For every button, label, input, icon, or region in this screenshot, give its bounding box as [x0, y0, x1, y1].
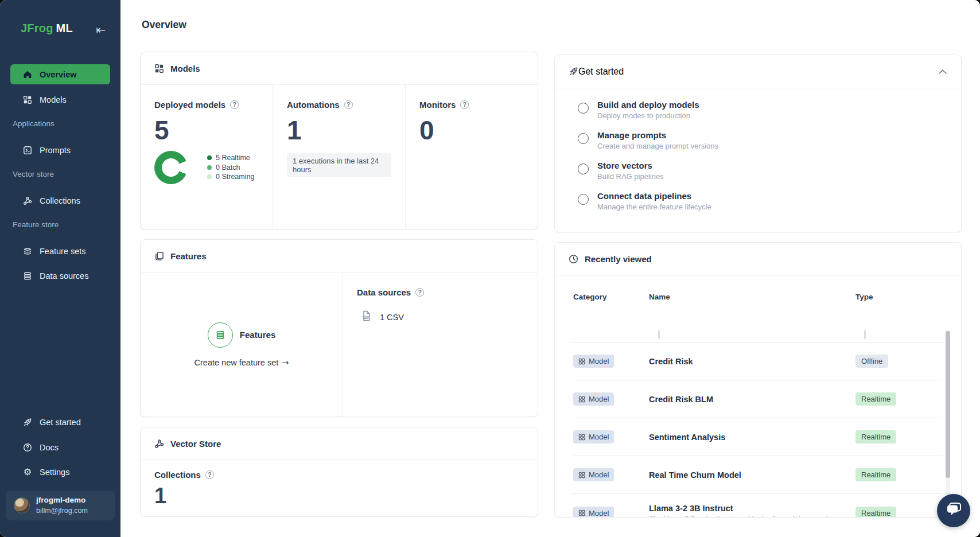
radio-circle[interactable]	[578, 103, 589, 114]
type-badge: Realtime	[855, 392, 896, 406]
chat-bubble-icon	[945, 501, 962, 520]
sidebar-collapse-icon[interactable]: ⇤	[96, 23, 106, 37]
sidebar-item-label: Data sources	[40, 271, 88, 281]
sidebar-item-get-started[interactable]: Get started	[10, 412, 110, 432]
clock-icon	[569, 254, 578, 264]
get-started-item-title: Manage prompts	[597, 130, 718, 140]
data-sources-label: Data sources	[357, 287, 411, 297]
row-name: Credit Risk BLM	[649, 395, 855, 404]
get-started-item-subtitle: Build RAG pipelines	[597, 172, 664, 181]
radio-circle[interactable]	[578, 194, 589, 205]
get-started-item-store-vectors[interactable]: Store vectors Build RAG pipelines	[578, 161, 947, 181]
column-header-category: Category	[573, 293, 649, 301]
vector-store-icon	[154, 439, 164, 449]
chevron-up-icon[interactable]	[938, 69, 947, 75]
row-name: Real Time Churn Model	[649, 470, 855, 480]
model-grid-icon	[578, 509, 585, 516]
sidebar-item-overview[interactable]: Overview	[10, 64, 110, 84]
pages-icon	[154, 251, 164, 261]
rocket-icon	[23, 418, 32, 427]
table-row[interactable]: Model Real Time Churn Model Realtime	[573, 456, 943, 494]
create-feature-set-link[interactable]: Create new feature set→	[195, 358, 289, 367]
sidebar-item-settings[interactable]: ⚙ Settings	[10, 462, 110, 482]
recently-viewed-card: Recently viewed Category Name Type Model…	[554, 242, 962, 517]
recently-viewed-header: Recently viewed	[555, 243, 961, 275]
legend-dot	[207, 174, 212, 179]
models-card: Models Deployed models? 5 5 Realtime 0 B…	[140, 52, 538, 229]
models-card-header: Models	[141, 52, 538, 85]
deployed-models-donut-chart	[154, 151, 188, 184]
home-icon	[23, 70, 32, 79]
legend-item-realtime: 5 Realtime	[207, 154, 254, 162]
category-badge: Model	[573, 355, 614, 368]
model-grid-icon	[578, 358, 585, 365]
category-badge: Model	[573, 430, 614, 443]
features-card-title: Features	[170, 251, 207, 261]
data-source-item[interactable]: CSV 1 CSV	[357, 310, 524, 324]
table-scrollbar[interactable]	[946, 330, 950, 507]
features-card: Features Features Create new feature set…	[140, 239, 538, 417]
database-icon	[23, 271, 32, 281]
vector-store-card-header: Vector Store	[141, 427, 538, 460]
get-started-item-title: Store vectors	[597, 161, 664, 170]
type-badge: Realtime	[855, 507, 896, 518]
csv-file-icon: CSV	[361, 310, 371, 324]
sidebar-item-prompts[interactable]: Prompts	[10, 140, 110, 160]
get-started-title: Get started	[578, 67, 624, 77]
table-row[interactable]: Model Credit Risk Offline	[573, 343, 943, 380]
get-started-card: Get started Build and deploy models Depl…	[554, 55, 962, 232]
help-icon[interactable]: ?	[230, 100, 239, 109]
collections-label: Collections	[154, 470, 201, 480]
row-name: Credit Risk	[649, 357, 855, 366]
type-badge: Realtime	[855, 430, 896, 443]
get-started-item-title: Connect data pipelines	[597, 191, 711, 201]
help-circle-icon	[23, 443, 32, 452]
get-started-item-subtitle: Manage the entire feature lifecycle	[597, 203, 711, 211]
get-started-item-subtitle: Deploy modes to production	[597, 111, 699, 120]
column-header-type: Type	[855, 293, 943, 301]
radio-circle[interactable]	[578, 164, 589, 174]
arrow-right-icon: →	[282, 358, 289, 367]
sidebar-item-docs[interactable]: Docs	[10, 437, 110, 457]
sidebar-item-data-sources[interactable]: Data sources	[10, 266, 110, 286]
radio-circle[interactable]	[578, 133, 589, 144]
column-resize-handle[interactable]	[864, 330, 866, 339]
svg-text:CSV: CSV	[364, 316, 368, 318]
app-window: JFrogML ⇤ Overview Models Applications P…	[0, 0, 980, 537]
row-subtitle: The Llama 3.2 instruction-tuned text onl…	[649, 515, 855, 518]
table-row[interactable]: Model Sentiment Analysis Realtime	[573, 418, 943, 456]
sidebar-item-feature-sets[interactable]: Feature sets	[10, 241, 110, 261]
automations-value: 1	[287, 116, 391, 145]
sidebar-item-models[interactable]: Models	[10, 90, 110, 110]
get-started-item-build-deploy[interactable]: Build and deploy models Deploy modes to …	[578, 100, 947, 120]
user-profile[interactable]: jfrogml-demo billm@jfrog.com	[6, 491, 115, 520]
stat-label: Monitors	[419, 100, 456, 110]
scrollbar-thumb[interactable]	[946, 331, 950, 478]
help-icon[interactable]: ?	[344, 100, 353, 109]
prompts-icon	[23, 146, 32, 155]
chat-widget-button[interactable]	[937, 494, 970, 527]
row-name: Sentiment Analysis	[649, 433, 855, 442]
user-email: billm@jfrog.com	[36, 506, 88, 516]
rocket-icon	[569, 67, 578, 76]
get-started-item-manage-prompts[interactable]: Manage prompts Create and manage prompt …	[578, 130, 947, 150]
help-icon[interactable]: ?	[415, 288, 424, 297]
table-row[interactable]: Model Credit Risk BLM Realtime	[573, 380, 943, 418]
vector-collections-icon	[23, 196, 32, 205]
column-resize-handle[interactable]	[658, 330, 660, 339]
user-name: jfrogml-demo	[36, 495, 88, 505]
sidebar-item-label: Settings	[40, 468, 69, 477]
stat-label: Deployed models	[154, 100, 225, 110]
vector-store-card-title: Vector Store	[170, 439, 221, 449]
help-icon[interactable]: ?	[205, 470, 214, 479]
features-empty-state: Features Create new feature set→	[141, 273, 343, 417]
table-row[interactable]: Model Llama 3-2 3B Instruct The Llama 3.…	[573, 494, 943, 517]
donut-legend: 5 Realtime 0 Batch 0 Streaming	[207, 153, 254, 182]
sidebar-item-label: Collections	[40, 196, 80, 205]
sidebar-item-collections[interactable]: Collections	[10, 190, 110, 211]
help-icon[interactable]: ?	[460, 100, 469, 109]
monitors-stat: Monitors? 0	[405, 85, 538, 229]
sidebar-item-label: Get started	[40, 418, 81, 427]
main-content: Overview Models Deployed models? 5	[120, 0, 980, 537]
get-started-item-connect-pipelines[interactable]: Connect data pipelines Manage the entire…	[578, 191, 947, 211]
